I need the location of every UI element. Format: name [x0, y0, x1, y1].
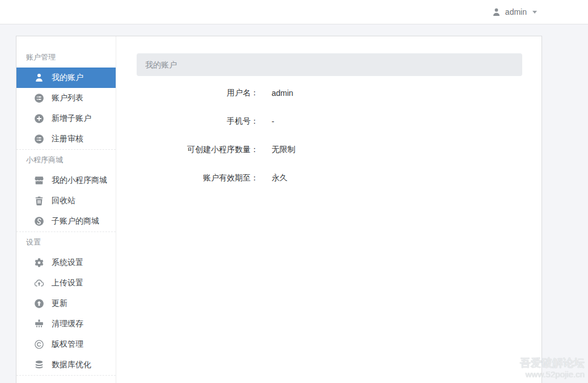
sidebar-section-heading: 账户管理 [16, 47, 116, 68]
sidebar-section: 小程序商城我的小程序商城回收站子账户的商城 [16, 149, 116, 232]
form-row: 可创建小程序数量：无限制 [137, 136, 522, 164]
sidebar-item[interactable]: 我的账户 [16, 68, 116, 88]
cloud-upload-icon [34, 278, 44, 288]
sidebar-item[interactable]: 我的小程序商城 [16, 170, 116, 191]
sidebar-item[interactable]: 数据库优化 [16, 355, 116, 375]
circle-list-icon [34, 93, 44, 103]
field-value: 无限制 [272, 145, 295, 155]
sidebar-item[interactable]: 更新 [16, 293, 116, 314]
field-label: 账户有效期至： [137, 173, 259, 183]
sidebar-item-label: 新增子账户 [52, 113, 91, 124]
circle-plus-icon [34, 113, 44, 124]
field-value: 永久 [272, 173, 287, 183]
field-label: 用户名： [137, 88, 259, 98]
circle-arrow-up-icon [34, 298, 44, 309]
sidebar-section: 设置系统设置上传设置更新清理缓存版权管理数据库优化 [16, 232, 116, 376]
sidebar-item[interactable]: 系统设置 [16, 252, 116, 273]
field-label: 可创建小程序数量： [137, 145, 259, 155]
sidebar-item-label: 清理缓存 [52, 319, 83, 329]
field-label: 手机号： [137, 116, 259, 127]
sidebar-item-label: 版权管理 [52, 339, 83, 350]
sidebar-item[interactable]: 子账户的商城 [16, 211, 116, 232]
sidebar-item-label: 回收站 [52, 196, 75, 206]
user-name: admin [505, 7, 527, 16]
sidebar-item-label: 子账户的商城 [52, 216, 99, 226]
panel-header: 我的账户 [137, 53, 522, 76]
sidebar-item-label: 我的小程序商城 [52, 175, 107, 186]
main-card: 账户管理我的账户账户列表新增子账户注册审核小程序商城我的小程序商城回收站子账户的… [16, 36, 542, 383]
content-area: 我的账户 用户名：admin手机号：-可创建小程序数量：无限制账户有效期至：永久 [116, 36, 542, 383]
user-icon [492, 7, 501, 17]
sidebar-section-heading: 设置 [16, 232, 116, 252]
sidebar-item-label: 账户列表 [52, 93, 83, 103]
sidebar-item-label: 系统设置 [52, 258, 83, 268]
sidebar-item-label: 我的账户 [52, 73, 83, 83]
brush-icon [34, 319, 44, 329]
sidebar-item[interactable]: 新增子账户 [16, 108, 116, 129]
sidebar-item[interactable]: 清理缓存 [16, 314, 116, 334]
storefront-icon [34, 175, 44, 186]
sidebar-item[interactable]: 注册审核 [16, 129, 116, 149]
topbar: admin [0, 0, 588, 24]
circle-list-icon [34, 134, 44, 144]
account-info-form: 用户名：admin手机号：-可创建小程序数量：无限制账户有效期至：永久 [137, 76, 522, 192]
database-icon [34, 360, 44, 370]
sidebar-item[interactable]: 版权管理 [16, 334, 116, 355]
trash-icon [34, 196, 44, 206]
sidebar-item[interactable]: 上传设置 [16, 273, 116, 293]
user-icon [34, 73, 44, 83]
sidebar-item-label: 数据库优化 [52, 360, 91, 370]
field-value: - [272, 117, 274, 126]
panel-title: 我的账户 [145, 60, 177, 69]
sidebar-item-label: 注册审核 [52, 134, 83, 144]
field-value: admin [272, 89, 293, 98]
sidebar-item[interactable]: 账户列表 [16, 88, 116, 108]
gear-icon [34, 258, 44, 268]
form-row: 账户有效期至：永久 [137, 164, 522, 192]
sidebar-item[interactable]: 回收站 [16, 191, 116, 211]
copyright-icon [34, 339, 44, 350]
user-menu[interactable]: admin [492, 0, 537, 24]
sidebar: 账户管理我的账户账户列表新增子账户注册审核小程序商城我的小程序商城回收站子账户的… [16, 36, 116, 383]
sidebar-item-label: 更新 [52, 298, 67, 309]
sidebar-section-heading: 小程序商城 [16, 150, 116, 170]
chevron-down-icon [532, 11, 537, 14]
form-row: 手机号：- [137, 107, 522, 136]
circle-s-icon [34, 216, 44, 226]
sidebar-item-label: 上传设置 [52, 278, 83, 288]
sidebar-section: 账户管理我的账户账户列表新增子账户注册审核 [16, 47, 116, 149]
form-row: 用户名：admin [137, 79, 522, 107]
